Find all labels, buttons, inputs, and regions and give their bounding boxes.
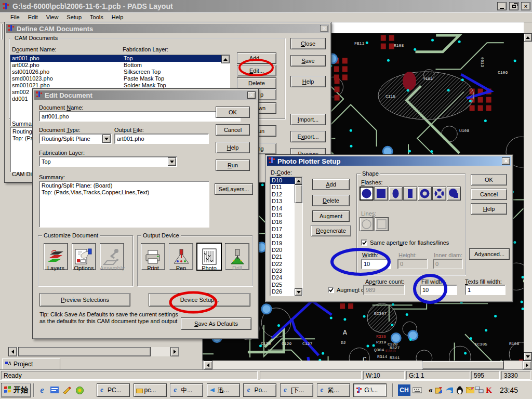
scroll-thumb[interactable] [422, 361, 504, 369]
dcode-augment-button[interactable]: Augment [312, 210, 350, 222]
cam-document-row[interactable]: art001.pho Top [10, 55, 230, 62]
scroll-right-button[interactable] [523, 361, 531, 369]
flash-square-button[interactable] [374, 187, 388, 201]
panel-scroll-right-button[interactable] [170, 347, 179, 356]
preview-selections-button[interactable]: Preview Selections [39, 293, 130, 307]
cam-document-row[interactable]: sst001026.pho Silkscreen Top [10, 69, 230, 75]
cam-delete-button[interactable]: Delete [237, 77, 276, 89]
panel-scroll-left-button[interactable] [8, 347, 17, 356]
line-circle-button[interactable] [360, 217, 374, 231]
edit-close-icon[interactable]: × [247, 91, 256, 99]
project-tab[interactable]: Project [2, 358, 60, 369]
cam-action-button[interactable]: Close [290, 38, 326, 49]
fill-width-field[interactable]: 10 [420, 285, 457, 295]
cam-close-icon[interactable]: × [320, 25, 328, 32]
same-aperture-row[interactable]: Same aperture for flashes/lines [361, 240, 449, 246]
quicklaunch-ie-icon[interactable]: e [36, 384, 48, 396]
language-indicator[interactable]: CH [398, 384, 410, 396]
flash-oval-button[interactable] [389, 187, 403, 201]
edit-cancel-button[interactable]: Cancel [216, 124, 250, 136]
dcode-scroll-up-button[interactable] [295, 177, 302, 184]
menu-item[interactable]: Help [108, 13, 128, 21]
vertical-scrollbar[interactable] [524, 33, 532, 361]
taskbar-task-button[interactable]: 迅... [207, 383, 240, 397]
close-button[interactable]: × [521, 2, 530, 10]
flash-circle-button[interactable] [360, 187, 374, 201]
dcode-regenerate-button[interactable]: Regenerate [311, 225, 351, 236]
taskbar-task-button[interactable]: pc... [134, 383, 167, 397]
cam-edit-button[interactable]: Edit... [237, 65, 276, 76]
width-field[interactable]: 10 [361, 259, 391, 269]
flash-thermal-button[interactable] [432, 187, 446, 201]
doc-type-dropdown-icon[interactable] [102, 135, 111, 143]
taskbar-task-button[interactable]: G:\... [353, 383, 387, 397]
dcode-scroll-down-button[interactable] [295, 288, 302, 296]
line-square-button[interactable] [375, 217, 389, 231]
inner-diam-field[interactable]: 0 [433, 259, 463, 269]
cam-dialog-titlebar[interactable]: Define CAM Documents × [6, 24, 329, 33]
menu-item[interactable]: View [42, 13, 63, 21]
cam-document-row[interactable]: smd001023.pho Paste Mask Top [10, 75, 230, 82]
cam-action-button[interactable]: Import... [290, 114, 326, 125]
taskbar-task-button[interactable]: Po... [243, 383, 276, 397]
save-as-defaults-button[interactable]: Save As Defaults [181, 317, 251, 330]
dcode-delete-button[interactable]: Delete [312, 195, 350, 206]
augment-fly-checkbox[interactable] [328, 287, 334, 293]
dcode-add-button[interactable]: Add [312, 179, 350, 190]
start-button[interactable]: 开始 [1, 383, 31, 397]
doc-type-combo[interactable]: Routing/Split Plane [39, 134, 112, 144]
fab-layer-dropdown-icon[interactable] [168, 157, 176, 166]
edit-dialog-titlebar[interactable]: Edit Document × [34, 90, 257, 100]
tray-kaspersky-icon[interactable]: K [484, 385, 494, 395]
horizontal-scrollbar[interactable] [203, 361, 532, 369]
quicklaunch-acdsee-icon[interactable] [61, 384, 73, 396]
tray-acdsee-icon[interactable] [434, 385, 444, 395]
cam-action-button[interactable]: Help [290, 76, 326, 87]
texts-fill-field[interactable]: 1 [465, 285, 506, 295]
menu-item[interactable]: Tools [86, 13, 108, 21]
advanced-button[interactable]: Advanced... [469, 248, 510, 260]
taskbar-task-button[interactable]: 中... [170, 383, 203, 397]
flash-donut-button[interactable] [418, 187, 432, 201]
tray-message-icon[interactable] [466, 385, 475, 395]
output-file-field[interactable]: art001.pho [114, 134, 209, 144]
menu-item[interactable]: Edit [24, 13, 42, 21]
edit-run-button[interactable]: Run [216, 159, 250, 171]
minimize-button[interactable] [497, 2, 507, 10]
fab-layer-combo[interactable]: Top [39, 156, 177, 167]
photo-close-icon[interactable]: × [502, 157, 510, 165]
cam-action-button[interactable]: Save [290, 55, 326, 66]
panel-scroll-thumb[interactable] [18, 347, 151, 356]
cam-document-row[interactable]: art002.pho Bottom [10, 62, 230, 69]
scroll-left-button[interactable] [204, 361, 212, 369]
tray-thunder-icon[interactable] [445, 385, 454, 395]
menu-item[interactable]: File [6, 13, 24, 21]
cam-add-button[interactable]: Add... [237, 52, 276, 64]
photo-help-button[interactable]: Help [471, 203, 507, 215]
quicklaunch-mail-icon[interactable] [49, 384, 60, 396]
edit-help-button[interactable]: Help [216, 142, 250, 153]
scroll-down-button[interactable] [524, 352, 532, 361]
restore-button[interactable] [509, 2, 518, 10]
taskbar-task-button[interactable]: [下... [280, 383, 313, 397]
flash-rectangle-button[interactable] [403, 187, 417, 201]
photo-ok-button[interactable]: OK [471, 174, 507, 185]
photo-dialog-titlebar[interactable]: Photo Plotter Setup × [267, 156, 511, 166]
doc-name-field[interactable]: art001.pho [39, 111, 241, 122]
flash-odd-button[interactable] [447, 187, 461, 201]
same-aperture-checkbox[interactable] [361, 240, 367, 246]
taskbar-task-button[interactable]: 紧... [317, 383, 350, 397]
menu-item[interactable]: Setup [62, 13, 86, 21]
taskbar-task-button[interactable]: PC... [97, 383, 130, 397]
set-layers-button[interactable]: Set Layers... [215, 183, 253, 195]
toolbar-gripper[interactable] [1, 24, 3, 39]
edit-ok-button[interactable]: OK [216, 107, 250, 118]
keyboard-icon[interactable] [413, 385, 422, 395]
dcode-scrollbar[interactable] [295, 177, 302, 296]
tray-network-icon[interactable] [475, 385, 484, 395]
quicklaunch-player-icon[interactable] [74, 384, 85, 396]
cam-action-button[interactable]: Export... [290, 131, 326, 142]
photo-cancel-button[interactable]: Cancel [471, 189, 507, 200]
scroll-up-button[interactable] [524, 33, 532, 42]
dcode-scroll-thumb[interactable] [295, 184, 302, 203]
